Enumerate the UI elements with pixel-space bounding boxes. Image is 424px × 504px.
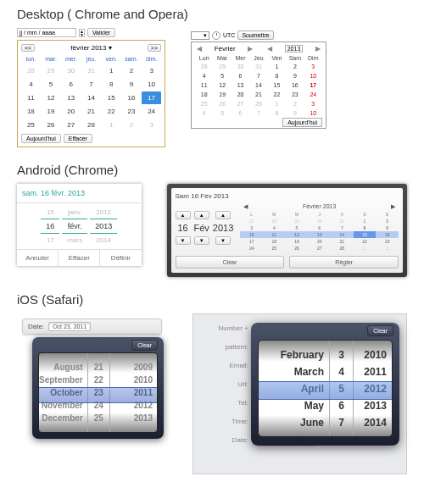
android-phone-column[interactable]: 201220132014	[90, 206, 117, 246]
android-tab-clear-button[interactable]: Clear	[176, 256, 285, 269]
chrome-validate-button[interactable]: Valider	[87, 28, 115, 37]
opera-day-cell[interactable]: 5	[213, 108, 231, 118]
stepper-up-icon[interactable]: ▲	[215, 211, 231, 219]
chrome-day-cell[interactable]: 24	[142, 105, 161, 118]
android-tab-day-cell[interactable]: 31	[331, 218, 354, 224]
chrome-day-cell[interactable]: 15	[102, 91, 121, 104]
android-phone-column[interactable]: 151617	[41, 206, 59, 246]
chrome-day-cell[interactable]: 27	[61, 119, 81, 131]
chrome-day-cell[interactable]: 31	[81, 64, 101, 77]
opera-day-cell[interactable]: 25	[195, 99, 213, 108]
opera-day-cell[interactable]: 28	[249, 99, 267, 108]
chrome-day-cell[interactable]: 20	[61, 105, 81, 118]
chrome-day-cell[interactable]: 3	[142, 64, 161, 77]
chrome-day-cell[interactable]: 3	[142, 119, 161, 131]
android-tab-day-cell[interactable]: 28	[331, 245, 354, 252]
opera-next-year[interactable]: ▶	[314, 45, 322, 53]
android-clear-button[interactable]: Effacer	[59, 250, 100, 266]
opera-day-cell[interactable]: 23	[286, 90, 304, 99]
stepper-down-icon[interactable]: ▼	[176, 236, 191, 245]
stepper-up-icon[interactable]: ▲	[176, 211, 191, 219]
android-tab-day-cell[interactable]: 27	[240, 218, 263, 224]
opera-day-cell[interactable]: 4	[195, 71, 213, 80]
opera-next-month-a[interactable]: ▶	[246, 45, 254, 53]
chrome-day-cell[interactable]: 2	[122, 119, 142, 131]
chrome-day-cell[interactable]: 5	[42, 78, 61, 91]
opera-day-cell[interactable]: 13	[232, 80, 249, 90]
opera-day-cell[interactable]: 18	[195, 90, 213, 99]
opera-day-cell[interactable]: 20	[232, 90, 249, 99]
android-cancel-button[interactable]: Annuler	[17, 250, 59, 266]
android-tab-set-button[interactable]: Régler	[289, 256, 399, 269]
chrome-day-cell[interactable]: 7	[81, 78, 101, 91]
opera-day-cell[interactable]: 2	[286, 99, 304, 108]
android-tab-day-cell[interactable]: 17	[240, 238, 263, 245]
android-tab-day-cell[interactable]: 27	[308, 245, 331, 252]
opera-day-cell[interactable]: 2	[286, 62, 304, 71]
android-tab-day-cell[interactable]: 20	[308, 238, 331, 245]
opera-day-cell[interactable]: 3	[304, 99, 322, 108]
chrome-day-cell[interactable]: 28	[81, 119, 101, 131]
chrome-day-cell[interactable]: 1	[102, 64, 121, 77]
opera-day-cell[interactable]: 24	[304, 90, 322, 99]
opera-day-cell[interactable]: 1	[268, 62, 286, 71]
chrome-day-cell[interactable]: 9	[122, 78, 142, 91]
android-tab-day-cell[interactable]: 23	[376, 238, 399, 245]
chrome-day-cell[interactable]: 8	[102, 78, 121, 91]
chrome-day-cell[interactable]: 12	[42, 91, 61, 104]
android-tab-day-cell[interactable]: 14	[331, 231, 354, 238]
chrome-day-cell[interactable]: 22	[102, 105, 121, 118]
opera-day-cell[interactable]: 17	[304, 80, 322, 90]
chrome-day-cell[interactable]: 23	[122, 105, 142, 118]
opera-date-dropdown[interactable]: ▾	[191, 31, 209, 40]
opera-day-cell[interactable]: 7	[249, 108, 267, 118]
android-tab-day-cell[interactable]: 19	[286, 238, 309, 245]
android-tab-day-cell[interactable]: 22	[354, 238, 377, 245]
chrome-day-cell[interactable]: 19	[42, 105, 61, 118]
opera-day-cell[interactable]: 27	[232, 99, 249, 108]
opera-day-cell[interactable]: 8	[268, 108, 286, 118]
opera-day-cell[interactable]: 3	[304, 62, 322, 71]
chrome-next-month[interactable]: >>	[148, 44, 161, 52]
android-tab-day-cell[interactable]: 16	[376, 231, 399, 238]
opera-day-cell[interactable]: 4	[195, 108, 213, 118]
opera-prev-year[interactable]: ◀	[265, 45, 274, 53]
opera-day-cell[interactable]: 28	[195, 62, 213, 71]
opera-day-cell[interactable]: 9	[286, 108, 304, 118]
android-tab-day-cell[interactable]: 9	[376, 224, 399, 231]
opera-day-cell[interactable]: 31	[249, 62, 267, 71]
android-tab-day-cell[interactable]: 12	[286, 231, 309, 238]
chrome-day-cell[interactable]: 30	[61, 64, 81, 77]
android-tab-day-cell[interactable]: 21	[331, 238, 354, 245]
opera-day-cell[interactable]: 5	[213, 71, 231, 80]
android-phone-column[interactable]: janv.févr.mars	[62, 206, 87, 246]
chrome-day-cell[interactable]: 4	[21, 78, 41, 91]
opera-day-cell[interactable]: 21	[249, 90, 267, 99]
opera-day-cell[interactable]: 8	[268, 71, 286, 80]
chrome-date-input[interactable]: jj / mm / aaaa	[17, 28, 76, 37]
opera-day-cell[interactable]: 29	[213, 62, 231, 71]
android-tab-day-cell[interactable]: 25	[263, 245, 286, 252]
stepper-up-icon[interactable]: ▲	[194, 211, 209, 219]
opera-day-cell[interactable]: 7	[249, 71, 267, 80]
android-tab-day-cell[interactable]: 29	[286, 218, 309, 224]
chrome-day-cell[interactable]: 26	[42, 119, 61, 131]
chrome-prev-month[interactable]: <<	[21, 44, 35, 52]
chrome-day-cell[interactable]: 18	[21, 105, 41, 118]
android-tab-next-month[interactable]: ▶	[391, 203, 395, 210]
android-tab-day-cell[interactable]: 3	[240, 224, 263, 231]
chrome-day-cell[interactable]: 28	[21, 64, 41, 77]
android-tab-day-cell[interactable]: 6	[308, 224, 331, 231]
chrome-day-cell[interactable]: 2	[122, 64, 142, 77]
opera-submit-button[interactable]: Soumettre	[237, 30, 273, 40]
android-tab-day-cell[interactable]: 15	[354, 231, 377, 238]
android-tab-day-cell[interactable]: 2	[376, 218, 399, 224]
ios-clear-button[interactable]: Clear	[131, 340, 158, 351]
chrome-day-cell[interactable]: 13	[61, 91, 81, 104]
android-tab-prev-month[interactable]: ◀	[243, 203, 248, 210]
android-tab-day-cell[interactable]: 1	[354, 218, 377, 224]
chrome-day-cell[interactable]: 21	[81, 105, 101, 118]
chrome-day-cell[interactable]: 1	[102, 119, 121, 131]
stepper-down-icon[interactable]: ▼	[215, 236, 231, 245]
android-tab-day-cell[interactable]: 5	[286, 224, 309, 231]
